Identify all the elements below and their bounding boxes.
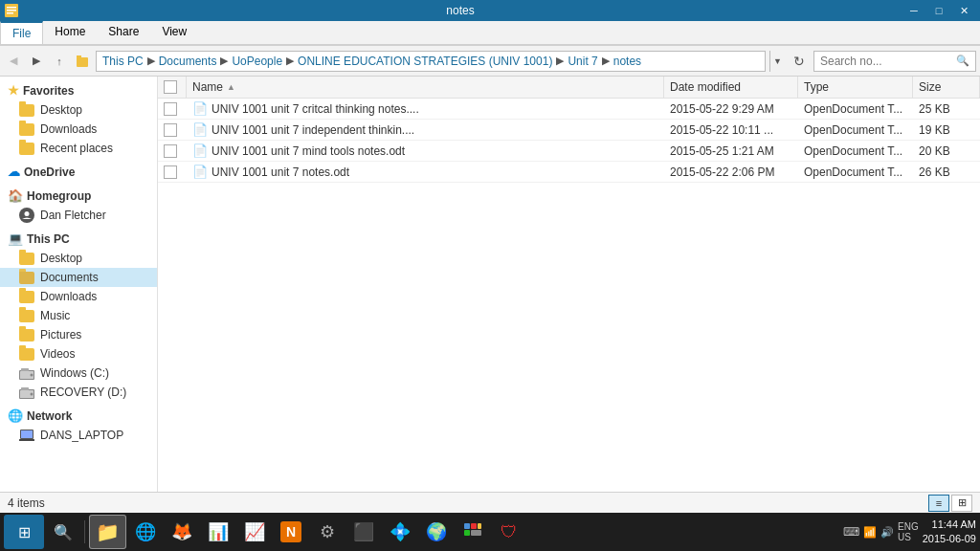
col-type[interactable]: Type [798, 77, 913, 98]
vs-taskbar-button[interactable]: 💠 [383, 515, 417, 549]
restore-button[interactable]: □ [926, 0, 951, 21]
col-checkbox[interactable] [158, 77, 187, 98]
file-checkbox[interactable] [164, 102, 177, 116]
clock-date: 2015-06-09 [923, 532, 976, 546]
sidebar-item-dans-laptop[interactable]: DANS_LAPTOP [0, 426, 157, 445]
breadcrumb-course[interactable]: ONLINE EDUCATION STRATEGIES (UNIV 1001) [298, 55, 552, 68]
status-bar: 4 items ≡ ⊞ [0, 492, 980, 513]
sidebar-item-desktop-pc[interactable]: Desktop [0, 249, 157, 268]
table-row[interactable]: 📄 UNIV 1001 unit 7 critcal thinking note… [158, 99, 980, 120]
apps-grid-button[interactable] [456, 515, 490, 549]
forward-button[interactable]: ▶ [27, 52, 46, 71]
file-type-cell: OpenDocument T... [798, 99, 913, 119]
chart-taskbar-button[interactable]: 📈 [237, 515, 272, 549]
select-all-checkbox[interactable] [164, 80, 177, 94]
file-size-cell: 19 KB [913, 120, 980, 140]
clock-time: 11:44 AM [923, 518, 976, 532]
start-button[interactable]: ⊞ [4, 515, 44, 549]
tab-file[interactable]: File [0, 21, 43, 44]
drive-d-icon [19, 385, 34, 400]
sidebar-item-music[interactable]: Music [0, 306, 157, 325]
homegroup-icon: 🏠 [8, 188, 23, 203]
sidebar-header-this-pc[interactable]: 💻 This PC [0, 229, 157, 249]
tab-home[interactable]: Home [43, 21, 97, 44]
clock[interactable]: 11:44 AM 2015-06-09 [923, 518, 976, 547]
search-input[interactable] [820, 55, 952, 68]
sidebar-header-onedrive[interactable]: ☁ OneDrive [0, 162, 157, 182]
file-checkbox-cell[interactable] [158, 120, 187, 140]
breadcrumb-this-pc[interactable]: This PC [102, 55, 144, 68]
address-dropdown-button[interactable]: ▼ [769, 51, 785, 72]
address-area: ◀ ▶ ↑ This PC ▶ Documents ▶ UoPeople ▶ O… [0, 46, 980, 77]
table-row[interactable]: 📄 UNIV 1001 unit 7 independent thinkin..… [158, 120, 980, 141]
name-sort-arrow: ▲ [227, 82, 235, 92]
table-row[interactable]: 📄 UNIV 1001 unit 7 mind tools notes.odt … [158, 141, 980, 162]
col-name[interactable]: Name ▲ [187, 77, 664, 98]
main-area: ★ Favorites Desktop Downloads Recent pl [0, 77, 980, 492]
sidebar-item-downloads[interactable]: Downloads [0, 287, 157, 306]
downloads-icon [19, 289, 34, 304]
svg-rect-13 [21, 387, 29, 390]
file-name-cell: 📄 UNIV 1001 unit 7 notes.odt [187, 162, 664, 182]
file-date-cell: 2015-05-22 9:29 AM [664, 99, 798, 119]
details-view-button[interactable]: ≡ [928, 495, 949, 512]
settings-taskbar-button[interactable]: ⚙ [310, 515, 345, 549]
breadcrumb-documents[interactable]: Documents [159, 55, 217, 68]
file-checkbox[interactable] [164, 144, 177, 158]
sidebar-item-pictures[interactable]: Pictures [0, 325, 157, 344]
sidebar-item-dan-fletcher[interactable]: Dan Fletcher [0, 206, 157, 225]
sidebar-header-favorites[interactable]: ★ Favorites [0, 80, 157, 100]
col-date-modified[interactable]: Date modified [664, 77, 798, 98]
breadcrumb-notes[interactable]: notes [613, 55, 641, 68]
sidebar-item-downloads-fav[interactable]: Downloads [0, 120, 157, 139]
file-rows-container: 📄 UNIV 1001 unit 7 critcal thinking note… [158, 99, 980, 183]
sidebar-item-documents[interactable]: Documents [0, 268, 157, 287]
file-explorer-taskbar-button[interactable]: 📁 [89, 515, 126, 549]
tab-view[interactable]: View [150, 21, 198, 44]
close-button[interactable]: ✕ [951, 0, 976, 21]
up-button[interactable]: ↑ [50, 52, 69, 71]
sidebar-header-homegroup[interactable]: 🏠 Homegroup [0, 186, 157, 206]
spreadsheet-taskbar-button[interactable]: 📊 [201, 515, 235, 549]
file-type-cell: OpenDocument T... [798, 120, 913, 140]
breadcrumb: This PC ▶ Documents ▶ UoPeople ▶ ONLINE … [102, 55, 641, 68]
location-button[interactable] [73, 52, 92, 71]
sidebar-item-desktop-fav[interactable]: Desktop [0, 100, 157, 120]
file-checkbox-cell[interactable] [158, 141, 187, 161]
shield-taskbar-button[interactable]: 🛡 [492, 515, 526, 549]
refresh-button[interactable]: ↻ [789, 51, 810, 72]
sidebar-header-network[interactable]: 🌐 Network [0, 406, 157, 426]
table-row[interactable]: 📄 UNIV 1001 unit 7 notes.odt 2015-05-22 … [158, 162, 980, 183]
search-icon: 🔍 [956, 55, 969, 67]
breadcrumb-uopeople[interactable]: UoPeople [232, 55, 282, 68]
ie-taskbar-button[interactable]: 🌐 [128, 515, 163, 549]
language-region: ENGUS [898, 521, 919, 542]
file-checkbox[interactable] [164, 165, 177, 179]
firefox-taskbar-button[interactable]: 🦊 [165, 515, 199, 549]
search-bar[interactable]: 🔍 [813, 51, 976, 72]
recent-icon [19, 141, 34, 156]
file-checkbox-cell[interactable] [158, 99, 187, 119]
file-checkbox-cell[interactable] [158, 162, 187, 182]
orange-taskbar-button[interactable]: N [274, 515, 308, 549]
sidebar-item-windows-c[interactable]: Windows (C:) [0, 364, 157, 383]
svg-rect-1 [7, 7, 16, 9]
sidebar-item-recent[interactable]: Recent places [0, 139, 157, 158]
sidebar-item-recovery-d[interactable]: RECOVERY (D:) [0, 383, 157, 402]
file-checkbox[interactable] [164, 123, 177, 137]
back-button[interactable]: ◀ [4, 52, 23, 71]
large-icon-view-button[interactable]: ⊞ [951, 495, 972, 512]
terminal-taskbar-button[interactable]: ⬛ [346, 515, 381, 549]
view-controls: ≡ ⊞ [928, 495, 972, 512]
system-tray: ⌨ 📶 🔊 ENGUS 11:44 AM 2015-06-09 [843, 518, 976, 547]
file-date-cell: 2015-05-25 1:21 AM [664, 141, 798, 161]
sidebar-item-videos[interactable]: Videos [0, 344, 157, 364]
address-bar[interactable]: This PC ▶ Documents ▶ UoPeople ▶ ONLINE … [96, 51, 766, 72]
globe-taskbar-button[interactable]: 🌍 [419, 515, 454, 549]
col-size[interactable]: Size [913, 77, 980, 98]
cloud-icon: ☁ [8, 165, 20, 179]
tab-share[interactable]: Share [97, 21, 150, 44]
minimize-button[interactable]: ─ [902, 0, 926, 21]
search-taskbar-button[interactable]: 🔍 [46, 515, 80, 549]
breadcrumb-unit7[interactable]: Unit 7 [568, 55, 597, 68]
